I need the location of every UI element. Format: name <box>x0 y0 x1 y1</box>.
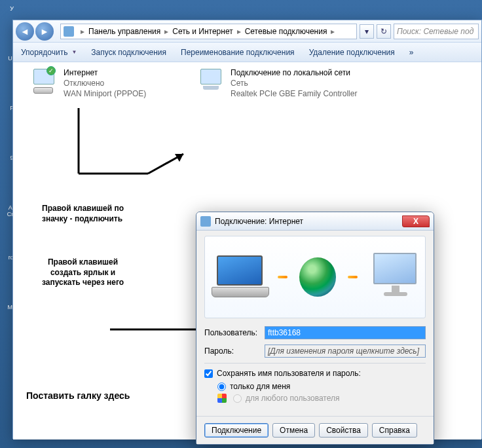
only-me-radio[interactable] <box>217 383 226 391</box>
close-button[interactable]: X <box>402 215 430 227</box>
dialog-titlebar[interactable]: Подключение: Интернет X <box>196 212 434 231</box>
properties-button[interactable]: Свойства <box>319 423 368 438</box>
connection-device: Realtek PCIe GBE Family Controller <box>231 88 357 99</box>
breadcrumb-segment[interactable]: Панель управления <box>88 27 160 36</box>
chevron-right-icon: ▸ <box>162 27 171 36</box>
nav-forward-button[interactable]: ► <box>35 22 54 41</box>
any-user-label: для любого пользователя <box>246 394 340 403</box>
laptop-icon <box>212 255 266 299</box>
breadcrumb-segment[interactable]: Сеть и Интернет <box>172 27 232 36</box>
password-label: Пароль: <box>204 346 265 356</box>
overflow-button[interactable]: » <box>409 48 414 57</box>
connection-name: Подключение по локальной сети <box>231 67 357 78</box>
connect-button[interactable]: Подключение <box>204 423 269 438</box>
start-connection-button[interactable]: Запуск подключения <box>91 48 166 57</box>
network-icon <box>196 67 225 96</box>
connection-name: Интернет <box>64 67 146 78</box>
check-badge-icon: ✓ <box>46 66 56 75</box>
delete-connection-button[interactable]: Удаление подключения <box>309 48 395 57</box>
only-me-label: только для меня <box>230 382 290 391</box>
chevron-right-icon: ▸ <box>328 27 337 36</box>
username-label: Пользователь: <box>204 328 265 337</box>
annotation-text: Поставить галку здесь <box>26 390 130 401</box>
connections-area: ✓ Интернет Отключено WAN Miniport (PPPOE… <box>13 62 481 439</box>
explorer-window: ◄ ► ▸ Панель управления ▸ Сеть и Интерне… <box>12 20 482 439</box>
connection-item-lan[interactable]: Подключение по локальной сети Сеть Realt… <box>196 67 357 100</box>
globe-icon <box>299 257 336 297</box>
breadcrumb-segment[interactable]: Сетевые подключения <box>245 27 327 36</box>
password-input[interactable]: [Для изменения пароля щелкните здесь] <box>265 345 426 358</box>
address-bar-row: ◄ ► ▸ Панель управления ▸ Сеть и Интерне… <box>13 20 481 43</box>
save-credentials-checkbox[interactable] <box>204 369 213 378</box>
help-button[interactable]: Справка <box>372 423 417 438</box>
monitor-icon <box>369 253 418 301</box>
shield-icon <box>217 394 227 403</box>
connection-item-internet[interactable]: ✓ Интернет Отключено WAN Miniport (PPPOE… <box>29 67 146 100</box>
arrow-icon <box>65 108 190 180</box>
connect-dialog: Подключение: Интернет X Пользователь: <box>196 212 434 445</box>
connection-icon <box>200 216 211 227</box>
annotation-text: Правой клавишей создать ярлык и запускат… <box>42 257 124 288</box>
dialog-button-row: Подключение Отмена Свойства Справка <box>196 416 434 444</box>
rename-connection-button[interactable]: Переименование подключения <box>181 48 295 57</box>
dialog-title: Подключение: Интернет <box>215 217 303 226</box>
cancel-button[interactable]: Отмена <box>272 423 315 438</box>
any-user-radio <box>233 394 242 403</box>
modem-icon: ✓ <box>29 67 58 96</box>
control-panel-icon <box>64 26 74 37</box>
username-input[interactable] <box>265 326 426 339</box>
chevron-right-icon: ▸ <box>78 27 87 36</box>
annotation-text: Правой клавишей по значку - подключить <box>42 204 124 224</box>
history-dropdown-button[interactable]: ▾ <box>360 24 374 39</box>
command-bar: Упорядочить▼ Запуск подключения Переимен… <box>13 43 481 62</box>
search-input[interactable]: Поиск: Сетевые под <box>394 24 479 39</box>
organize-menu[interactable]: Упорядочить▼ <box>21 48 77 57</box>
refresh-button[interactable]: ↻ <box>377 24 391 39</box>
connection-device: WAN Miniport (PPPOE) <box>64 88 146 99</box>
chevron-right-icon: ▸ <box>234 27 244 36</box>
dialog-hero-image <box>204 236 426 318</box>
breadcrumb[interactable]: ▸ Панель управления ▸ Сеть и Интернет ▸ … <box>60 24 357 39</box>
chevron-down-icon: ▼ <box>71 49 77 55</box>
nav-back-button[interactable]: ◄ <box>16 22 34 41</box>
search-placeholder: Поиск: Сетевые под <box>397 27 473 36</box>
save-credentials-label: Сохранять имя пользователя и пароль: <box>217 369 361 378</box>
connection-status: Сеть <box>231 78 357 88</box>
connection-status: Отключено <box>64 78 146 88</box>
